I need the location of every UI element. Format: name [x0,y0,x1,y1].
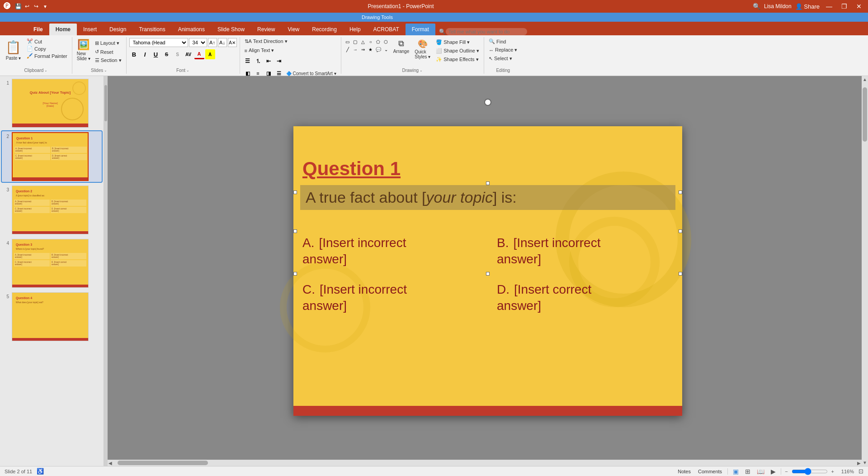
minimize-button[interactable]: — [823,2,835,11]
quick-styles-button[interactable]: 🎨 QuickStyles ▾ [413,38,432,60]
handle-top[interactable] [486,181,490,185]
tab-transitions[interactable]: Transitions [132,24,171,35]
slide-answer-b[interactable]: B.[Insert incorrectanswer] [497,235,673,268]
notes-button[interactable]: Notes [676,468,693,475]
restore-button[interactable]: ❐ [839,2,850,11]
rotate-handle[interactable] [484,99,491,106]
reset-button[interactable]: ↺ Reset [93,48,123,55]
slide-thumb-4[interactable]: 4 Question 3 Where is [your topic] found… [2,238,102,289]
tab-format[interactable]: Format [406,24,435,35]
shape-star[interactable]: ★ [367,46,374,53]
font-expand-icon[interactable]: ⌄ [186,68,189,72]
numbering-button[interactable]: ⒈ [253,56,263,66]
scroll-thumb-h[interactable] [118,461,208,465]
comments-button[interactable]: Comments [696,468,724,475]
quick-customize-icon[interactable]: ▼ [42,3,49,10]
shape-pentagon[interactable]: ⬠ [375,38,382,45]
select-button[interactable]: ↖ Select ▾ [487,55,514,62]
bold-button[interactable]: B [129,49,139,59]
handle-ml[interactable] [293,229,297,233]
cut-button[interactable]: ✂️ Cut [25,38,69,45]
bullets-button[interactable]: ☰ [243,56,253,66]
shape-more[interactable]: ⌄ [382,46,390,53]
tab-slideshow[interactable]: Slide Show [211,24,251,35]
tab-recording[interactable]: Recording [306,24,343,35]
slide-question-title[interactable]: Question 1 [302,158,401,180]
tab-view[interactable]: View [281,24,306,35]
tab-design[interactable]: Design [103,24,132,35]
tab-review[interactable]: Review [251,24,281,35]
strikethrough-button[interactable]: S [162,49,172,59]
font-increase-button[interactable]: A↑ [208,38,217,47]
scroll-thumb-v[interactable] [863,87,867,142]
section-button[interactable]: ☰ Section ▾ [93,57,123,64]
scroll-up-button[interactable]: ▲ [862,76,868,83]
slide-answer-c[interactable]: C.[Insert incorrectanswer] [302,281,479,314]
handle-tl[interactable] [293,190,297,194]
font-family-select[interactable]: Tahoma (Head [129,38,188,47]
zoom-in-button[interactable]: + [831,469,834,474]
shadow-button[interactable]: S [173,49,183,59]
shape-outline-button[interactable]: ⬜ Shape Outline ▾ [434,48,481,54]
zoom-slider[interactable] [792,468,828,475]
shape-rounded-rect[interactable]: ▢ [352,38,359,45]
slideshow-button[interactable]: ▶ [769,467,777,476]
handle-tr[interactable] [679,190,682,194]
tab-home[interactable]: Home [49,24,77,35]
clipboard-expand-icon[interactable]: ⌄ [44,68,47,72]
close-button[interactable]: ✕ [854,2,864,11]
arrange-button[interactable]: ⧉ Arrange [392,38,411,55]
slide-subtitle-selected[interactable]: A true fact about [your topic] is: [300,185,675,210]
underline-button[interactable]: U [151,49,161,59]
scroll-down-button[interactable]: ▼ [862,459,868,466]
slide-canvas[interactable]: A true fact about [your topic] is: Quest… [293,126,682,416]
canvas-scrollbar-v[interactable]: ▲ ▼ [862,76,868,466]
increase-indent-button[interactable]: ⇥ [274,56,284,66]
quick-save-icon[interactable]: 💾 [14,3,22,10]
slide-thumb-3[interactable]: 3 Question 2 A [your topic] is classifie… [2,185,102,235]
font-color-button[interactable]: A [194,49,204,59]
shape-rect[interactable]: ▭ [344,38,351,45]
quick-undo-icon[interactable]: ↩ [24,3,31,10]
tab-help[interactable]: Help [343,24,367,35]
shape-triangle[interactable]: △ [359,38,367,45]
slide-panel-scrollbar[interactable] [104,76,108,466]
shape-circle[interactable]: ○ [367,38,374,45]
align-text-button[interactable]: ≡ Align Text ▾ [243,47,276,54]
replace-button[interactable]: ↔️ Replace ▾ [487,47,519,53]
tab-animations[interactable]: Animations [172,24,211,35]
find-button[interactable]: 🔍 Find [487,38,508,45]
text-highlight-button[interactable]: A [205,49,215,59]
copy-button[interactable]: 📄 Copy [25,45,69,52]
tab-file[interactable]: File [27,24,49,35]
convert-smartart-button[interactable]: 🔷 Convert to SmartArt ▾ [284,71,338,76]
slide-thumb-5[interactable]: 5 Question 4 What does [your topic] eat? [2,291,102,342]
quick-redo-icon[interactable]: ↪ [33,3,40,10]
slides-expand-icon[interactable]: ⌄ [104,68,107,72]
slide-thumb-2[interactable]: 2 Question 1 A true fact about [your top… [2,131,102,182]
shape-callout[interactable]: 💬 [375,46,382,53]
tab-acrobat[interactable]: ACROBAT [367,24,406,35]
shape-fill-button[interactable]: 🪣 Shape Fill ▾ [434,39,481,46]
drawing-expand-icon[interactable]: ⌄ [420,68,423,72]
shape-block-arrow[interactable]: ⇒ [359,46,367,53]
char-spacing-button[interactable]: AV [184,49,193,59]
share-icon[interactable]: 👤 Share [795,3,820,10]
slide-answer-a[interactable]: A.[Insert incorrectanswer] [302,235,479,268]
slide-thumb-1[interactable]: 1 Quiz About [Your Topic] [Your Name][Da… [2,78,102,129]
canvas-area[interactable]: A true fact about [your topic] is: Quest… [108,76,868,466]
new-slide-button[interactable]: 🖼️ NewSlide ▾ [75,38,92,62]
scroll-left-button[interactable]: ◀ [108,460,113,466]
italic-button[interactable]: I [140,49,150,59]
shape-line[interactable]: ╱ [344,46,351,53]
format-painter-button[interactable]: 🖌️ Format Painter [25,52,69,59]
fit-slide-button[interactable]: ⊡ [859,468,863,475]
clear-formatting-button[interactable]: A✕ [228,38,237,47]
reading-view-button[interactable]: 📖 [755,467,766,476]
decrease-indent-button[interactable]: ⇤ [264,56,274,66]
zoom-level[interactable]: 116% [838,469,854,474]
tell-me-input[interactable] [446,28,527,35]
normal-view-button[interactable]: ▣ [731,467,740,476]
slide-answer-d[interactable]: D.[Insert correctanswer] [497,281,673,314]
shape-hexagon[interactable]: ⬡ [382,38,390,45]
